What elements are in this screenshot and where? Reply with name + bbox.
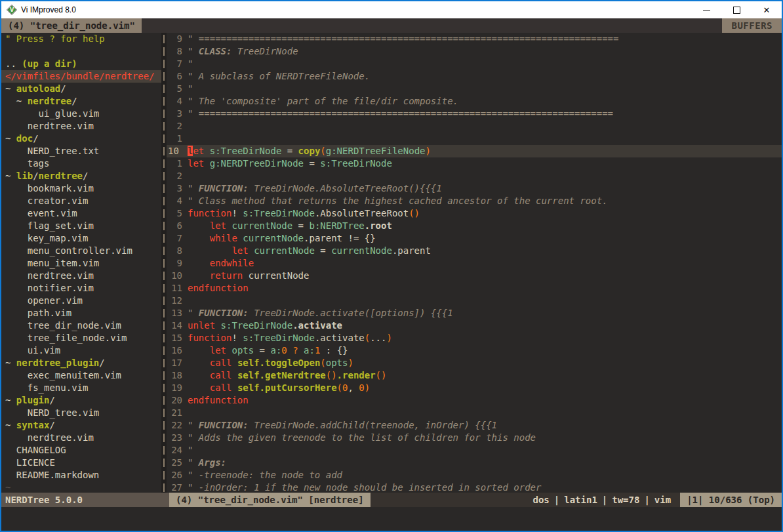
code-token: s:TreeDirNode	[210, 146, 282, 156]
code-line[interactable]: 17 call self.toggleOpen(opts)	[167, 357, 782, 369]
line-number: 4	[167, 195, 182, 207]
code-line[interactable]: 12	[167, 295, 782, 307]
tree-item[interactable]: ~ autoload/	[1, 83, 161, 95]
code-line[interactable]: 9 endwhile	[167, 257, 782, 270]
tree-item[interactable]: ~ doc/	[1, 133, 161, 145]
flag-separator: |	[639, 495, 654, 505]
tree-item[interactable]: bookmark.vim	[1, 182, 161, 195]
code-line[interactable]: 3" =====================================…	[167, 108, 782, 120]
code-token	[231, 358, 237, 368]
code-line[interactable]: 10 return currentNode	[167, 270, 782, 282]
code-line[interactable]: 3" FUNCTION: TreeDirNode.AbsoluteTreeRoo…	[167, 182, 782, 195]
code-line[interactable]: 7 while currentNode.parent != {}	[167, 232, 782, 245]
tree-item[interactable]: ui.vim	[1, 344, 161, 357]
tree-item[interactable]: nerdtree.vim	[1, 120, 161, 133]
tree-item[interactable]: LICENCE	[1, 457, 161, 469]
code-text: " FUNCTION: TreeDirNode.AbsoluteTreeRoot…	[182, 182, 442, 195]
code-token: /	[49, 420, 54, 430]
code-line[interactable]: 2	[167, 120, 782, 133]
code-text: endfunction	[182, 282, 249, 295]
code-line[interactable]: 27" -inOrder: 1 if the new node should b…	[167, 481, 782, 493]
code-line[interactable]: 8" CLASS: TreeDirNode	[167, 45, 782, 58]
close-button[interactable]: ✕	[752, 1, 782, 18]
tree-item[interactable]: ui_glue.vim	[1, 108, 161, 120]
code-line[interactable]: 1	[167, 133, 782, 145]
tree-item[interactable]: event.vim	[1, 207, 161, 220]
line-number: 6	[167, 70, 182, 83]
code-line[interactable]: 19 call self.putCursorHere(0, 0)	[167, 382, 782, 394]
tree-item[interactable]: notifier.vim	[1, 282, 161, 295]
code-line[interactable]: 23" Adds the given treenode to the list …	[167, 432, 782, 444]
code-token: self.putCursorHere	[237, 382, 337, 393]
tree-item[interactable]: nerdtree.vim	[1, 432, 161, 444]
code-line[interactable]: 18 call self.getNerdtree().render()	[167, 369, 782, 382]
code-line-current[interactable]: 10let s:TreeDirNode = copy(g:NERDTreeFil…	[167, 145, 782, 157]
tree-item[interactable]: tree_dir_node.vim	[1, 319, 161, 332]
tree-item[interactable]: README.markdown	[1, 469, 161, 481]
code-line[interactable]: 2	[167, 170, 782, 182]
code-line[interactable]: 14unlet s:TreeDirNode.activate	[167, 319, 782, 332]
code-token	[188, 220, 210, 231]
code-line[interactable]: 15function! s:TreeDirNode.activate(...)	[167, 332, 782, 344]
tree-item[interactable]: ~	[1, 481, 161, 493]
tree-item[interactable]: ~ plugin/	[1, 394, 161, 407]
code-text: "	[182, 444, 193, 457]
code-token: =	[254, 345, 270, 356]
code-line[interactable]: 21	[167, 407, 782, 419]
code-line[interactable]: 24"	[167, 444, 782, 457]
code-line[interactable]: 1let g:NERDTreeDirNode = s:TreeDirNode	[167, 157, 782, 170]
code-line[interactable]: 11endfunction	[167, 282, 782, 295]
code-line[interactable]: 26" -treenode: the node to add	[167, 469, 782, 481]
tree-item[interactable]: opener.vim	[1, 295, 161, 307]
line-number: 21	[167, 407, 182, 419]
code-line[interactable]: 4" Class method that returns the highest…	[167, 195, 782, 207]
tree-item[interactable]: flag_set.vim	[1, 220, 161, 232]
code-line[interactable]: 5function! s:TreeDirNode.AbsoluteTreeRoo…	[167, 207, 782, 220]
line-number: 23	[167, 432, 182, 444]
tree-item[interactable]: CHANGELOG	[1, 444, 161, 457]
code-line[interactable]: 25" Args:	[167, 457, 782, 469]
code-line[interactable]: 5"	[167, 83, 782, 95]
line-number: 5	[167, 207, 182, 220]
tree-item[interactable]: nerdtree.vim	[1, 270, 161, 282]
tree-item[interactable]	[1, 45, 161, 58]
tree-item-selected-root[interactable]: </vimfiles/bundle/nerdtree/	[1, 70, 161, 83]
code-line[interactable]: 8 let currentNode = currentNode.parent	[167, 245, 782, 257]
tree-item[interactable]: path.vim	[1, 307, 161, 319]
maximize-button[interactable]	[721, 1, 752, 18]
line-number: 8	[167, 245, 182, 257]
tree-item[interactable]: NERD_tree.vim	[1, 407, 161, 419]
code-line[interactable]: 7"	[167, 58, 782, 70]
minimize-button[interactable]	[691, 1, 721, 18]
tab-tree-dir-node[interactable]: (4) "tree_dir_node.vim"	[1, 18, 142, 33]
code-line[interactable]: 16 let opts = a:0 ? a:1 : {}	[167, 344, 782, 357]
tree-item[interactable]: .. (up a dir)	[1, 58, 161, 70]
code-line[interactable]: 4" The 'composite' part of the file/dir …	[167, 95, 782, 108]
code-line[interactable]: 13" FUNCTION: TreeDirNode.activate([opti…	[167, 307, 782, 319]
tree-item[interactable]: fs_menu.vim	[1, 382, 161, 394]
code-token: "	[188, 58, 193, 69]
tree-item[interactable]: " Press ? for help	[1, 33, 161, 45]
code-line[interactable]: 20endfunction	[167, 394, 782, 407]
code-line[interactable]: 9" =====================================…	[167, 33, 782, 45]
window-split-separator[interactable]	[161, 33, 167, 493]
code-text: call self.toggleOpen(opts)	[182, 357, 353, 369]
tree-item[interactable]: ~ lib/nerdtree/	[1, 170, 161, 182]
tree-item[interactable]: tags	[1, 157, 161, 170]
tree-item[interactable]: creator.vim	[1, 195, 161, 207]
tree-item[interactable]: NERD_tree.txt	[1, 145, 161, 157]
tree-item[interactable]: tree_file_node.vim	[1, 332, 161, 344]
tree-item[interactable]: ~ nerdtree_plugin/	[1, 357, 161, 369]
tree-item[interactable]: exec_menuitem.vim	[1, 369, 161, 382]
tree-item[interactable]: ~ syntax/	[1, 419, 161, 432]
tree-item[interactable]: menu_controller.vim	[1, 245, 161, 257]
code-token: .render	[337, 370, 376, 380]
command-line[interactable]	[1, 507, 782, 531]
code-line[interactable]: 6" A subclass of NERDTreeFileNode.	[167, 70, 782, 83]
tree-item[interactable]: menu_item.vim	[1, 257, 161, 270]
code-line[interactable]: 6 let currentNode = b:NERDTree.root	[167, 220, 782, 232]
code-token: nerdtree	[39, 171, 83, 181]
tree-item[interactable]: key_map.vim	[1, 232, 161, 245]
tree-item[interactable]: ~ nerdtree/	[1, 95, 161, 108]
code-line[interactable]: 22" FUNCTION: TreeDirNode.addChild(treen…	[167, 419, 782, 432]
